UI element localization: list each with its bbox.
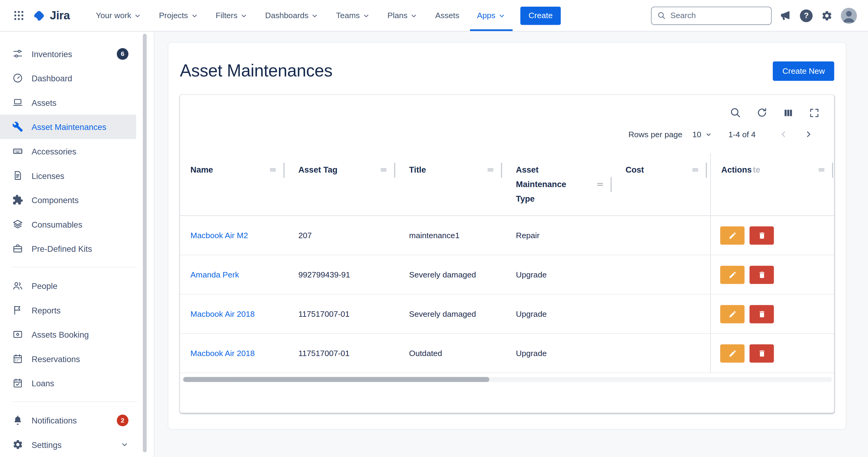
column-divider [611,177,612,192]
user-avatar[interactable] [841,7,857,24]
sidebar-item-licenses[interactable]: Licenses [0,163,136,188]
toolbox-icon [12,243,23,254]
table-toolbar [180,95,834,119]
sidebar-item-reservations[interactable]: Reservations [0,347,136,371]
edit-button[interactable] [720,305,745,323]
sidebar-item-assets[interactable]: Assets [0,90,136,115]
app-switcher-icon[interactable] [10,7,28,25]
cost-cell [615,255,710,294]
laptop-icon [12,97,23,108]
column-divider [501,162,502,177]
delete-button[interactable] [749,344,774,362]
sidebar-item-dashboard[interactable]: Dashboard [0,66,136,90]
search-input[interactable] [670,11,766,20]
edit-button[interactable] [720,265,745,283]
column-drag-handle-icon[interactable] [486,162,495,174]
create-button[interactable]: Create [520,6,561,25]
actions-cell [710,255,837,294]
next-page-icon[interactable] [796,130,821,139]
horizontal-scrollbar[interactable] [183,377,489,382]
nav-projects[interactable]: Projects [152,0,205,31]
flag-icon [12,304,23,315]
actions-cell [710,216,837,254]
create-new-button[interactable]: Create New [773,61,834,81]
column-header-cost[interactable]: Cost [615,153,710,215]
nav-your-work[interactable]: Your work [89,0,148,31]
column-header-name[interactable]: Name [180,153,288,215]
edit-button[interactable] [720,344,745,362]
asset-tag-cell: 117517007-01 [288,295,398,333]
license-document-icon [12,170,23,181]
rows-per-page-select[interactable]: 10 [692,130,712,139]
settings-gear-icon[interactable] [821,10,832,21]
asset-name-link[interactable]: Macbook Air M2 [190,231,248,240]
pagination-range: 1-4 of 4 [728,130,755,139]
column-header-title[interactable]: Title [399,153,505,215]
column-header-actions[interactable]: Actions te [710,153,837,215]
chevron-down-icon [311,12,318,19]
column-divider [706,162,707,177]
table-refresh-icon[interactable] [756,107,768,118]
asset-name-link[interactable]: Macbook Air 2018 [190,349,255,358]
title-cell: Severely damaged [399,255,505,294]
sidebar-item-loans[interactable]: Loans [0,371,136,395]
main-content: Asset Maintenances Create New [154,31,868,457]
nav-teams[interactable]: Teams [329,0,377,31]
sidebar-item-accessories[interactable]: Accessories [0,139,136,163]
column-drag-handle-icon[interactable] [379,162,388,174]
asset-name-link[interactable]: Macbook Air 2018 [190,309,255,318]
title-cell: maintenance1 [399,216,505,254]
sidebar-item-people[interactable]: People [0,274,136,298]
column-header-asset-tag[interactable]: Asset Tag [288,153,398,215]
maintenance-type-cell: Upgrade [505,295,615,333]
jira-logo[interactable]: Jira [32,8,70,22]
sidebar-item-components[interactable]: Components [0,188,136,212]
nav-filters[interactable]: Filters [209,0,255,31]
announcements-icon[interactable] [780,10,792,21]
edit-button[interactable] [720,226,745,244]
table-search-icon[interactable] [730,107,741,118]
sidebar-item-settings[interactable]: Settings [0,432,136,457]
nav-plans[interactable]: Plans [380,0,425,31]
cost-cell [615,295,710,333]
previous-page-icon[interactable] [771,130,796,139]
sidebar-scrollbar[interactable] [143,34,147,453]
table-row: Macbook Air 2018 117517007-01 Outdated U… [180,334,834,373]
search-icon [657,11,666,20]
global-search [651,6,772,25]
sidebar-item-consumables[interactable]: Consumables [0,212,136,237]
table-row: Amanda Perk 992799439-91 Severely damage… [180,255,834,295]
gauge-icon [12,72,23,84]
sidebar-item-pre-defined-kits[interactable]: Pre-Defined Kits [0,236,136,261]
column-drag-handle-icon[interactable] [596,177,604,189]
help-icon[interactable]: ? [800,9,813,22]
table-fullscreen-icon[interactable] [809,107,820,118]
chevron-down-icon [134,12,141,19]
delete-button[interactable] [749,265,774,283]
delete-button[interactable] [749,226,774,244]
column-header-asset-maintenance-type[interactable]: Asset Maintenance Type [505,153,615,215]
table-pagination: Rows per page 10 1-4 of 4 [180,119,834,153]
asset-tag-cell: 117517007-01 [288,334,398,372]
sidebar-item-assets-booking[interactable]: Assets Booking [0,322,136,347]
nav-dashboards[interactable]: Dashboards [258,0,326,31]
column-drag-handle-icon[interactable] [268,162,277,174]
brand-name: Jira [50,9,70,22]
table-row: Macbook Air 2018 117517007-01 Severely d… [180,295,834,334]
chevron-down-icon [410,12,418,19]
sidebar-item-notifications[interactable]: Notifications 2 [0,408,136,432]
sidebar-item-inventories[interactable]: Inventories 6 [0,41,136,66]
nav-apps[interactable]: Apps [470,0,512,31]
layers-icon [12,218,23,230]
chevron-down-icon [498,12,505,19]
column-drag-handle-icon[interactable] [817,162,826,174]
horizontal-scrollbar-track [182,377,832,382]
nav-assets[interactable]: Assets [428,0,466,31]
title-cell: Severely damaged [399,295,505,333]
table-columns-icon[interactable] [783,107,794,118]
sidebar-item-asset-maintenances[interactable]: Asset Maintenances [0,115,136,139]
column-drag-handle-icon[interactable] [691,162,700,174]
asset-name-link[interactable]: Amanda Perk [190,270,239,279]
delete-button[interactable] [749,305,774,323]
sidebar-item-reports[interactable]: Reports [0,298,136,322]
